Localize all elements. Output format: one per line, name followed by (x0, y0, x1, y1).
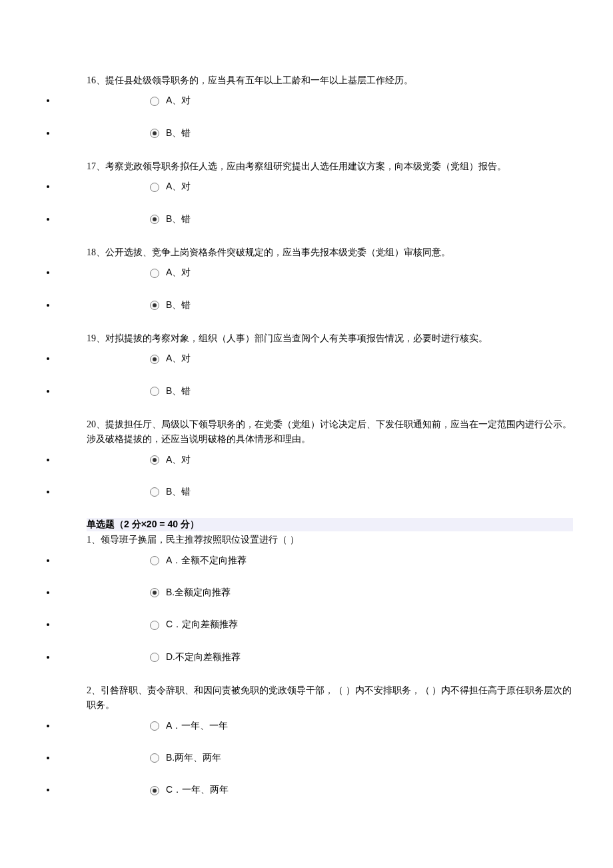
list-item: A、对 (57, 267, 573, 279)
list-item: D.不定向差额推荐 (57, 651, 573, 663)
question-text: 19、对拟提拔的考察对象，组织（人事）部门应当查阅个人有关事项报告情况，必要时进… (87, 331, 573, 346)
list-item: B.两年、两年 (57, 752, 573, 764)
radio-icon[interactable] (150, 621, 159, 630)
option[interactable]: A、对 (150, 95, 191, 107)
option[interactable]: B.全额定向推荐 (150, 587, 231, 599)
option-list: A、对B、错 (40, 181, 573, 225)
radio-icon[interactable] (150, 588, 159, 597)
option-label: A、对 (166, 353, 191, 364)
question-text: 16、提任县处级领导职务的，应当具有五年以上工龄和一年以上基层工作经历。 (87, 73, 573, 88)
list-item: A、对 (57, 181, 573, 193)
option-label: A、对 (166, 181, 191, 192)
list-item: B、错 (57, 213, 573, 225)
option[interactable]: B、错 (150, 486, 191, 498)
list-item: B、错 (57, 127, 573, 139)
option[interactable]: C．一年、两年 (150, 784, 229, 796)
option-label: A、对 (166, 267, 191, 278)
question-text: 1、领导班子换届，民主推荐按照职位设置进行（ ） (87, 533, 573, 547)
option-label: D.不定向差额推荐 (166, 651, 241, 662)
option-label: B、错 (166, 299, 191, 310)
option[interactable]: A．一年、一年 (150, 720, 228, 732)
radio-icon[interactable] (150, 487, 159, 497)
radio-icon[interactable] (150, 215, 159, 224)
radio-icon[interactable] (150, 269, 159, 278)
option[interactable]: A、对 (150, 267, 191, 279)
option-label: B、错 (166, 213, 191, 224)
list-item: A、对 (57, 353, 573, 365)
question-text: 18、公开选拔、竞争上岗资格条件突破规定的，应当事先报本级党委（党组）审核同意。 (87, 245, 573, 260)
question-text: 20、提拔担任厅、局级以下领导职务的，在党委（党组）讨论决定后、下发任职通知前，… (87, 417, 573, 447)
section-header: 单选题（2 分×20 = 40 分） (87, 518, 573, 531)
option[interactable]: A、对 (150, 353, 191, 365)
radio-icon[interactable] (150, 653, 159, 662)
option[interactable]: B、错 (150, 385, 191, 397)
option-label: A、对 (166, 95, 191, 106)
radio-icon[interactable] (150, 301, 159, 310)
radio-icon[interactable] (150, 556, 159, 565)
radio-icon[interactable] (150, 721, 159, 731)
option-label: A．全额不定向推荐 (166, 555, 247, 565)
option[interactable]: B、错 (150, 299, 191, 311)
list-item: A、对 (57, 95, 573, 107)
list-item: A、对 (57, 454, 573, 466)
option-list: A、对B、错 (40, 267, 573, 311)
option-label: C．一年、两年 (166, 785, 229, 795)
option-list: A．全额不定向推荐B.全额定向推荐C．定向差额推荐D.不定向差额推荐 (40, 555, 573, 663)
radio-icon[interactable] (150, 129, 159, 138)
option-label: C．定向差额推荐 (166, 619, 238, 630)
option-list: A．一年、一年B.两年、两年C．一年、两年 (40, 720, 573, 797)
list-item: C．一年、两年 (57, 784, 573, 796)
list-item: A．一年、一年 (57, 720, 573, 732)
option[interactable]: B.两年、两年 (150, 752, 221, 764)
radio-icon[interactable] (150, 786, 159, 795)
option-label: A．一年、一年 (166, 720, 228, 731)
option[interactable]: A．全额不定向推荐 (150, 555, 247, 567)
option[interactable]: A、对 (150, 181, 191, 193)
option[interactable]: A、对 (150, 454, 191, 466)
list-item: C．定向差额推荐 (57, 619, 573, 631)
radio-icon[interactable] (150, 183, 159, 192)
exam-page: 16、提任县处级领导职务的，应当具有五年以上工龄和一年以上基层工作经历。A、对B… (0, 0, 613, 843)
radio-icon[interactable] (150, 753, 159, 763)
radio-icon[interactable] (150, 97, 159, 106)
option-label: B.两年、两年 (166, 752, 221, 763)
option-label: A、对 (166, 454, 191, 465)
radio-icon[interactable] (150, 355, 159, 364)
list-item: B、错 (57, 385, 573, 397)
question-text: 17、考察党政领导职务拟任人选，应由考察组研究提出人选任用建议方案，向本级党委（… (87, 159, 573, 174)
question-text: 2、引咎辞职、责令辞职、和因问责被免职的党政领导干部，（ ）内不安排职务，（ ）… (87, 683, 573, 713)
list-item: A．全额不定向推荐 (57, 555, 573, 567)
option-label: B、错 (166, 385, 191, 396)
option-list: A、对B、错 (40, 353, 573, 397)
option-list: A、对B、错 (40, 95, 573, 139)
radio-icon[interactable] (150, 387, 159, 396)
option[interactable]: C．定向差额推荐 (150, 619, 238, 631)
option-label: B.全额定向推荐 (166, 587, 231, 597)
radio-icon[interactable] (150, 455, 159, 465)
option-label: B、错 (166, 486, 191, 497)
option[interactable]: B、错 (150, 127, 191, 139)
option-list: A、对B、错 (40, 454, 573, 499)
list-item: B.全额定向推荐 (57, 587, 573, 599)
option[interactable]: B、错 (150, 213, 191, 225)
list-item: B、错 (57, 299, 573, 311)
option[interactable]: D.不定向差额推荐 (150, 651, 241, 663)
option-label: B、错 (166, 127, 191, 138)
list-item: B、错 (57, 486, 573, 498)
